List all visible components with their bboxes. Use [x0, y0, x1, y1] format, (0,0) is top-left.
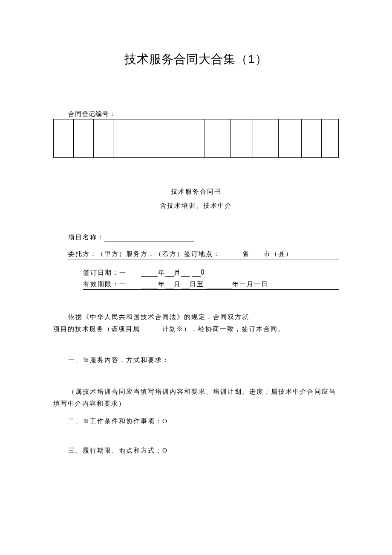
page-title: 技术服务合同大合集（1）: [53, 51, 339, 67]
project-label: 项目名称：: [68, 234, 104, 241]
preamble-line1: 依据《中华人民共和国技术合同法》的规定，合同双方就: [53, 311, 339, 323]
valid-to-year-input[interactable]: [207, 282, 232, 288]
grid-cell[interactable]: [205, 119, 230, 158]
sign-year-input[interactable]: [141, 271, 158, 277]
sign-end: 0: [201, 268, 205, 276]
preamble: 依据《中华人民共和国技术合同法》的规定，合同双方就 项目的技术服务（该项目属 计…: [53, 311, 339, 335]
registration-grid: [53, 119, 339, 158]
grid-cell[interactable]: [73, 119, 93, 158]
grid-cell[interactable]: [54, 119, 74, 158]
subtitle-sub: 含技术培训、技术中介: [53, 202, 339, 210]
note-1: （属技术培训合同应当填写培训内容和要求、培训计划、进度；属技术中介合同应当填写中…: [53, 386, 339, 410]
valid-suffix: 年一月一日: [232, 281, 268, 288]
grid-cell[interactable]: [93, 119, 113, 158]
subtitle-main: 技术服务合同书: [53, 188, 339, 196]
section-1: 一、※服务内容，方式和要求：: [53, 356, 339, 364]
grid-cell[interactable]: [230, 119, 253, 158]
grid-cell[interactable]: [321, 119, 338, 158]
section-3: 三、履行期限、地点和方式：O: [53, 447, 339, 455]
valid-day-input[interactable]: [181, 282, 190, 288]
project-name-input[interactable]: [104, 241, 194, 241]
grid-cell[interactable]: [113, 119, 205, 158]
sign-date-line: 签订日期：一 年月 0: [83, 268, 339, 277]
grid-cell[interactable]: [253, 119, 279, 158]
preamble-line2: 项目的技术服务（该项目属 计划※），经协商一致，签订本合同。: [53, 323, 339, 335]
valid-year-label: 年: [158, 281, 165, 288]
valid-month-input[interactable]: [165, 282, 174, 288]
sign-month-input[interactable]: [165, 271, 174, 277]
grid-cell[interactable]: [279, 119, 302, 158]
sign-month-label: 月: [174, 269, 181, 276]
grid-cell[interactable]: [302, 119, 322, 158]
sign-year-label: 年: [158, 269, 165, 276]
sign-day-input[interactable]: [181, 271, 190, 277]
sign-extra-input[interactable]: [192, 271, 201, 277]
valid-dayto-label: 日至: [190, 281, 204, 288]
project-name-line: 项目名称：: [68, 233, 339, 241]
valid-year-input[interactable]: [141, 282, 158, 288]
registration-label: 合同登记编号：: [68, 110, 339, 118]
date-block: 签订日期：一 年月 0 有效期限：一 年月日至 年一月一日: [83, 268, 339, 290]
valid-date-line: 有效期限：一 年月日至 年一月一日: [83, 280, 339, 288]
valid-prefix: 有效期限：一: [83, 281, 141, 288]
document-page: 技术服务合同大合集（1） 合同登记编号： 技术服务合同书 含技术培训、技术中介 …: [0, 0, 392, 480]
valid-month-label: 月: [174, 281, 181, 288]
sign-prefix: 签订日期：一: [83, 269, 141, 276]
party-line: 委托方：（甲方）服务方：（乙方）签订地点： 省 市（县）: [68, 250, 339, 259]
table-row: [54, 119, 339, 158]
section-2: 二、※工作条件和协作事项：O: [53, 417, 339, 425]
